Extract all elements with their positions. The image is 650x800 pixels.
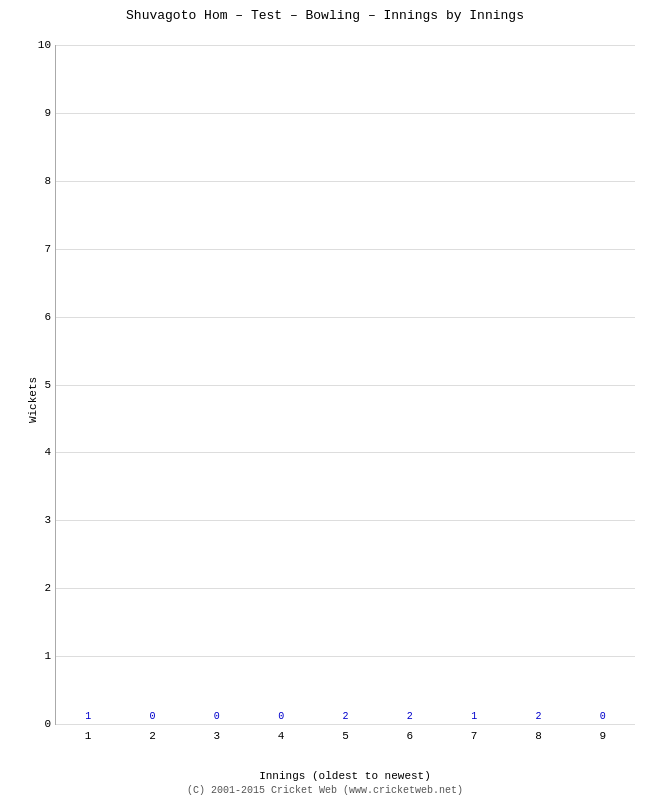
x-tick-label: 9 — [600, 730, 607, 742]
bar-value-label: 2 — [391, 711, 429, 722]
x-tick-label: 3 — [214, 730, 221, 742]
grid-line — [56, 724, 635, 725]
y-tick-label: 3 — [26, 514, 51, 526]
x-tick-label: 8 — [535, 730, 542, 742]
bar-value-label: 0 — [262, 711, 300, 722]
y-tick-label: 0 — [26, 718, 51, 730]
x-tick-label: 4 — [278, 730, 285, 742]
chart-title: Shuvagoto Hom – Test – Bowling – Innings… — [0, 8, 650, 23]
bar-value-label: 2 — [520, 711, 558, 722]
y-tick-label: 7 — [26, 243, 51, 255]
x-tick-label: 1 — [85, 730, 92, 742]
grid-line — [56, 588, 635, 589]
y-tick-label: 5 — [26, 379, 51, 391]
grid-line — [56, 317, 635, 318]
x-tick-label: 6 — [407, 730, 414, 742]
x-tick-label: 7 — [471, 730, 478, 742]
bar-value-label: 1 — [455, 711, 493, 722]
bar-value-label: 1 — [69, 711, 107, 722]
grid-line — [56, 45, 635, 46]
bar-value-label: 0 — [198, 711, 236, 722]
grid-line — [56, 249, 635, 250]
grid-line — [56, 520, 635, 521]
y-tick-label: 9 — [26, 107, 51, 119]
y-tick-label: 10 — [26, 39, 51, 51]
grid-line — [56, 113, 635, 114]
chart-area: 110203042526172809 012345678910 — [55, 45, 635, 725]
bar-value-label: 0 — [133, 711, 171, 722]
x-axis-label: Innings (oldest to newest) — [55, 770, 635, 782]
chart-container: Shuvagoto Hom – Test – Bowling – Innings… — [0, 0, 650, 800]
x-tick-label: 5 — [342, 730, 349, 742]
grid-line — [56, 656, 635, 657]
y-tick-label: 8 — [26, 175, 51, 187]
y-tick-label: 2 — [26, 582, 51, 594]
bar-value-label: 2 — [327, 711, 365, 722]
grid-line — [56, 385, 635, 386]
y-tick-label: 1 — [26, 650, 51, 662]
y-tick-label: 4 — [26, 446, 51, 458]
grid-line — [56, 452, 635, 453]
bar-value-label: 0 — [584, 711, 622, 722]
y-tick-label: 6 — [26, 311, 51, 323]
x-tick-label: 2 — [149, 730, 156, 742]
grid-line — [56, 181, 635, 182]
copyright: (C) 2001-2015 Cricket Web (www.cricketwe… — [0, 785, 650, 796]
